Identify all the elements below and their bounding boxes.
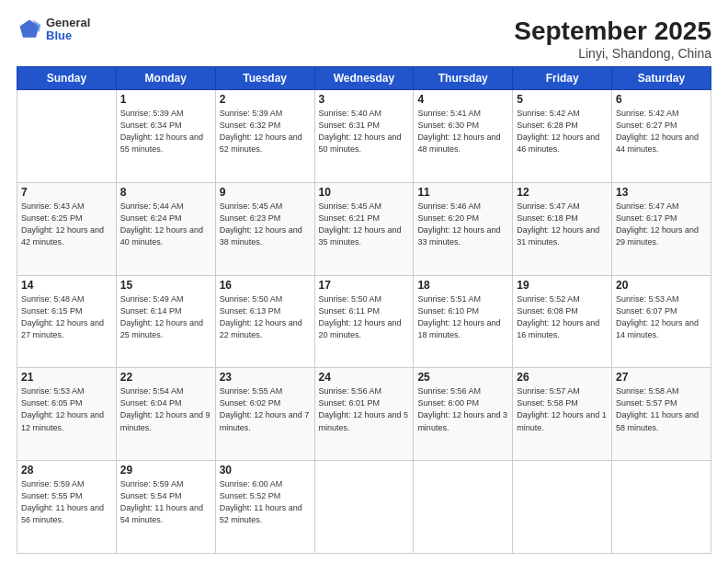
day-info: Sunrise: 5:44 AMSunset: 6:24 PMDaylight:… — [120, 201, 211, 248]
day-info: Sunrise: 5:45 AMSunset: 6:21 PMDaylight:… — [319, 201, 410, 248]
calendar-cell: 1 Sunrise: 5:39 AMSunset: 6:34 PMDayligh… — [116, 90, 215, 183]
calendar-cell: 19 Sunrise: 5:52 AMSunset: 6:08 PMDaylig… — [513, 275, 612, 368]
col-sunday: Sunday — [17, 67, 117, 90]
day-info: Sunrise: 5:57 AMSunset: 5:58 PMDaylight:… — [517, 385, 608, 433]
day-number: 23 — [220, 371, 311, 384]
calendar-cell: 22 Sunrise: 5:54 AMSunset: 6:04 PMDaylig… — [116, 368, 215, 461]
calendar-cell: 7 Sunrise: 5:43 AMSunset: 6:25 PMDayligh… — [17, 182, 117, 275]
calendar-cell: 28 Sunrise: 5:59 AMSunset: 5:55 PMDaylig… — [17, 461, 117, 554]
calendar-week-2: 14 Sunrise: 5:48 AMSunset: 6:15 PMDaylig… — [17, 275, 711, 368]
day-info: Sunrise: 5:47 AMSunset: 6:18 PMDaylight:… — [517, 201, 608, 248]
day-info: Sunrise: 5:41 AMSunset: 6:30 PMDaylight:… — [417, 108, 508, 155]
calendar-cell: 13 Sunrise: 5:47 AMSunset: 6:17 PMDaylig… — [612, 182, 711, 275]
day-info: Sunrise: 6:00 AMSunset: 5:52 PMDaylight:… — [220, 478, 311, 526]
calendar-cell: 20 Sunrise: 5:53 AMSunset: 6:07 PMDaylig… — [612, 275, 711, 368]
calendar-cell — [612, 461, 711, 554]
day-info: Sunrise: 5:52 AMSunset: 6:08 PMDaylight:… — [517, 293, 608, 341]
title-block: September 2025 Linyi, Shandong, China — [514, 17, 711, 61]
col-saturday: Saturday — [612, 67, 711, 90]
calendar-cell: 9 Sunrise: 5:45 AMSunset: 6:23 PMDayligh… — [215, 182, 314, 275]
day-info: Sunrise: 5:51 AMSunset: 6:10 PMDaylight:… — [417, 293, 508, 341]
calendar-cell: 30 Sunrise: 6:00 AMSunset: 5:52 PMDaylig… — [215, 461, 314, 554]
calendar-cell: 6 Sunrise: 5:42 AMSunset: 6:27 PMDayligh… — [612, 90, 711, 183]
day-info: Sunrise: 5:46 AMSunset: 6:20 PMDaylight:… — [417, 201, 508, 248]
calendar-week-1: 7 Sunrise: 5:43 AMSunset: 6:25 PMDayligh… — [17, 182, 711, 275]
day-number: 22 — [120, 371, 211, 384]
logo-icon — [17, 17, 42, 42]
header-row: Sunday Monday Tuesday Wednesday Thursday… — [17, 67, 711, 90]
day-info: Sunrise: 5:59 AMSunset: 5:54 PMDaylight:… — [120, 478, 211, 526]
calendar-cell — [314, 461, 414, 554]
calendar-cell: 25 Sunrise: 5:56 AMSunset: 6:00 PMDaylig… — [414, 368, 513, 461]
calendar-week-0: 1 Sunrise: 5:39 AMSunset: 6:34 PMDayligh… — [17, 90, 711, 183]
day-number: 16 — [220, 279, 311, 292]
calendar-table: Sunday Monday Tuesday Wednesday Thursday… — [17, 66, 711, 554]
day-info: Sunrise: 5:50 AMSunset: 6:13 PMDaylight:… — [220, 293, 311, 341]
day-number: 24 — [319, 371, 410, 384]
calendar-cell: 12 Sunrise: 5:47 AMSunset: 6:18 PMDaylig… — [513, 182, 612, 275]
day-number: 26 — [517, 371, 608, 384]
calendar-cell — [17, 90, 117, 183]
calendar-cell: 17 Sunrise: 5:50 AMSunset: 6:11 PMDaylig… — [314, 275, 414, 368]
calendar-cell: 3 Sunrise: 5:40 AMSunset: 6:31 PMDayligh… — [314, 90, 414, 183]
col-thursday: Thursday — [414, 67, 513, 90]
logo-general: General — [46, 17, 90, 29]
day-number: 17 — [319, 279, 410, 292]
calendar-cell: 29 Sunrise: 5:59 AMSunset: 5:54 PMDaylig… — [116, 461, 215, 554]
day-number: 14 — [21, 279, 112, 292]
day-info: Sunrise: 5:59 AMSunset: 5:55 PMDaylight:… — [21, 478, 112, 526]
page: General Blue September 2025 Linyi, Shand… — [0, 0, 728, 563]
col-wednesday: Wednesday — [314, 67, 414, 90]
calendar-cell: 18 Sunrise: 5:51 AMSunset: 6:10 PMDaylig… — [414, 275, 513, 368]
day-number: 20 — [616, 279, 707, 292]
calendar-cell: 26 Sunrise: 5:57 AMSunset: 5:58 PMDaylig… — [513, 368, 612, 461]
day-number: 1 — [120, 93, 211, 106]
calendar-cell: 16 Sunrise: 5:50 AMSunset: 6:13 PMDaylig… — [215, 275, 314, 368]
day-info: Sunrise: 5:42 AMSunset: 6:28 PMDaylight:… — [517, 108, 608, 155]
day-info: Sunrise: 5:40 AMSunset: 6:31 PMDaylight:… — [319, 108, 410, 155]
day-info: Sunrise: 5:53 AMSunset: 6:05 PMDaylight:… — [21, 385, 112, 433]
day-info: Sunrise: 5:39 AMSunset: 6:32 PMDaylight:… — [220, 108, 311, 155]
calendar-week-3: 21 Sunrise: 5:53 AMSunset: 6:05 PMDaylig… — [17, 368, 711, 461]
day-info: Sunrise: 5:43 AMSunset: 6:25 PMDaylight:… — [21, 201, 112, 248]
calendar-cell: 8 Sunrise: 5:44 AMSunset: 6:24 PMDayligh… — [116, 182, 215, 275]
day-info: Sunrise: 5:53 AMSunset: 6:07 PMDaylight:… — [616, 293, 707, 341]
calendar-cell: 21 Sunrise: 5:53 AMSunset: 6:05 PMDaylig… — [17, 368, 117, 461]
day-info: Sunrise: 5:50 AMSunset: 6:11 PMDaylight:… — [319, 293, 410, 341]
col-tuesday: Tuesday — [215, 67, 314, 90]
calendar-cell — [513, 461, 612, 554]
day-info: Sunrise: 5:42 AMSunset: 6:27 PMDaylight:… — [616, 108, 707, 155]
day-info: Sunrise: 5:39 AMSunset: 6:34 PMDaylight:… — [120, 108, 211, 155]
day-number: 19 — [517, 279, 608, 292]
col-monday: Monday — [116, 67, 215, 90]
calendar-cell: 5 Sunrise: 5:42 AMSunset: 6:28 PMDayligh… — [513, 90, 612, 183]
day-number: 25 — [417, 371, 508, 384]
day-info: Sunrise: 5:56 AMSunset: 6:01 PMDaylight:… — [319, 385, 410, 433]
day-number: 18 — [417, 279, 508, 292]
col-friday: Friday — [513, 67, 612, 90]
day-info: Sunrise: 5:56 AMSunset: 6:00 PMDaylight:… — [417, 385, 508, 433]
day-number: 2 — [220, 93, 311, 106]
calendar-cell: 24 Sunrise: 5:56 AMSunset: 6:01 PMDaylig… — [314, 368, 414, 461]
calendar-title: September 2025 — [514, 17, 711, 46]
header: General Blue September 2025 Linyi, Shand… — [17, 17, 711, 61]
day-info: Sunrise: 5:47 AMSunset: 6:17 PMDaylight:… — [616, 201, 707, 248]
day-info: Sunrise: 5:58 AMSunset: 5:57 PMDaylight:… — [616, 385, 707, 433]
day-info: Sunrise: 5:49 AMSunset: 6:14 PMDaylight:… — [120, 293, 211, 341]
logo-text: General Blue — [46, 17, 90, 43]
day-number: 21 — [21, 371, 112, 384]
day-number: 4 — [417, 93, 508, 106]
calendar-cell: 10 Sunrise: 5:45 AMSunset: 6:21 PMDaylig… — [314, 182, 414, 275]
calendar-cell: 27 Sunrise: 5:58 AMSunset: 5:57 PMDaylig… — [612, 368, 711, 461]
day-number: 11 — [417, 186, 508, 199]
day-number: 28 — [21, 464, 112, 477]
day-number: 6 — [616, 93, 707, 106]
day-number: 13 — [616, 186, 707, 199]
day-number: 27 — [616, 371, 707, 384]
day-number: 5 — [517, 93, 608, 106]
calendar-cell: 23 Sunrise: 5:55 AMSunset: 6:02 PMDaylig… — [215, 368, 314, 461]
day-info: Sunrise: 5:48 AMSunset: 6:15 PMDaylight:… — [21, 293, 112, 341]
day-number: 30 — [220, 464, 311, 477]
day-number: 8 — [120, 186, 211, 199]
calendar-week-4: 28 Sunrise: 5:59 AMSunset: 5:55 PMDaylig… — [17, 461, 711, 554]
